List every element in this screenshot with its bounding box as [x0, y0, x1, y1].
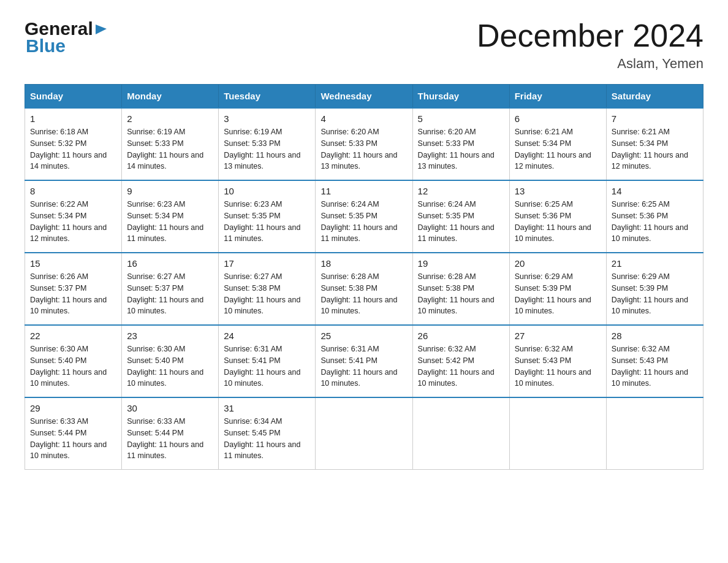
sunset-label: Sunset: 5:41 PM [224, 356, 280, 365]
calendar-cell [509, 397, 606, 470]
day-number: 19 [418, 258, 504, 269]
calendar-cell: 30 Sunrise: 6:33 AM Sunset: 5:44 PM Dayl… [122, 397, 219, 470]
day-number: 22 [30, 331, 116, 341]
calendar-week-row: 29 Sunrise: 6:33 AM Sunset: 5:44 PM Dayl… [25, 397, 703, 470]
daylight-label: Daylight: 11 hours and 12 minutes. [515, 151, 591, 171]
daylight-label: Daylight: 11 hours and 10 minutes. [612, 296, 688, 316]
column-header-monday: Monday [122, 85, 219, 109]
daylight-label: Daylight: 11 hours and 10 minutes. [418, 368, 495, 388]
sunset-label: Sunset: 5:39 PM [515, 284, 571, 293]
sunrise-label: Sunrise: 6:30 AM [127, 345, 185, 353]
daylight-label: Daylight: 11 hours and 11 minutes. [224, 440, 300, 461]
sunset-label: Sunset: 5:38 PM [320, 284, 377, 293]
day-info: Sunrise: 6:29 AM Sunset: 5:39 PM Dayligh… [612, 271, 698, 317]
day-info: Sunrise: 6:25 AM Sunset: 5:36 PM Dayligh… [612, 199, 698, 245]
day-number: 27 [515, 331, 601, 341]
calendar-cell [412, 397, 509, 470]
sunset-label: Sunset: 5:43 PM [515, 356, 571, 365]
day-number: 15 [30, 258, 116, 269]
sunset-label: Sunset: 5:35 PM [224, 212, 280, 220]
daylight-label: Daylight: 11 hours and 11 minutes. [127, 223, 203, 243]
sunset-label: Sunset: 5:36 PM [515, 212, 571, 220]
sunrise-label: Sunrise: 6:30 AM [30, 345, 88, 353]
day-number: 24 [224, 331, 310, 341]
calendar-cell: 7 Sunrise: 6:21 AM Sunset: 5:34 PM Dayli… [606, 108, 703, 180]
calendar-cell: 29 Sunrise: 6:33 AM Sunset: 5:44 PM Dayl… [25, 397, 122, 470]
sunrise-label: Sunrise: 6:19 AM [127, 128, 185, 136]
sunset-label: Sunset: 5:38 PM [224, 284, 280, 293]
day-info: Sunrise: 6:19 AM Sunset: 5:33 PM Dayligh… [224, 126, 310, 172]
calendar-cell: 27 Sunrise: 6:32 AM Sunset: 5:43 PM Dayl… [509, 325, 606, 397]
sunset-label: Sunset: 5:39 PM [612, 284, 668, 293]
daylight-label: Daylight: 11 hours and 14 minutes. [127, 151, 203, 171]
column-header-friday: Friday [509, 85, 606, 109]
sunset-label: Sunset: 5:34 PM [612, 139, 668, 148]
sunset-label: Sunset: 5:44 PM [127, 429, 183, 437]
daylight-label: Daylight: 11 hours and 10 minutes. [320, 368, 397, 388]
daylight-label: Daylight: 11 hours and 10 minutes. [515, 368, 591, 388]
day-info: Sunrise: 6:20 AM Sunset: 5:33 PM Dayligh… [418, 126, 504, 172]
sunset-label: Sunset: 5:32 PM [30, 139, 86, 148]
calendar-cell: 10 Sunrise: 6:23 AM Sunset: 5:35 PM Dayl… [219, 180, 316, 253]
day-info: Sunrise: 6:20 AM Sunset: 5:33 PM Dayligh… [320, 126, 407, 172]
sunrise-label: Sunrise: 6:24 AM [418, 200, 476, 209]
daylight-label: Daylight: 11 hours and 10 minutes. [224, 368, 300, 388]
day-info: Sunrise: 6:24 AM Sunset: 5:35 PM Dayligh… [320, 199, 407, 245]
column-header-thursday: Thursday [412, 85, 509, 109]
calendar-week-row: 22 Sunrise: 6:30 AM Sunset: 5:40 PM Dayl… [25, 325, 703, 397]
sunset-label: Sunset: 5:45 PM [224, 429, 280, 437]
sunset-label: Sunset: 5:41 PM [320, 356, 377, 365]
calendar-cell: 20 Sunrise: 6:29 AM Sunset: 5:39 PM Dayl… [509, 253, 606, 325]
day-number: 12 [418, 186, 504, 196]
sunset-label: Sunset: 5:44 PM [30, 429, 86, 437]
sunset-label: Sunset: 5:40 PM [127, 356, 183, 365]
day-number: 2 [127, 113, 213, 124]
calendar-cell: 22 Sunrise: 6:30 AM Sunset: 5:40 PM Dayl… [25, 325, 122, 397]
daylight-label: Daylight: 11 hours and 10 minutes. [224, 296, 300, 316]
sunrise-label: Sunrise: 6:22 AM [30, 200, 88, 209]
day-info: Sunrise: 6:27 AM Sunset: 5:37 PM Dayligh… [127, 271, 213, 317]
sunrise-label: Sunrise: 6:20 AM [418, 128, 476, 136]
day-number: 10 [224, 186, 310, 196]
daylight-label: Daylight: 11 hours and 11 minutes. [320, 223, 397, 243]
title-area: December 2024 Aslam, Yemen [477, 18, 703, 72]
calendar-table: SundayMondayTuesdayWednesdayThursdayFrid… [25, 84, 703, 470]
daylight-label: Daylight: 11 hours and 10 minutes. [30, 440, 107, 461]
logo-blue: Blue [26, 36, 108, 56]
day-info: Sunrise: 6:28 AM Sunset: 5:38 PM Dayligh… [320, 271, 407, 317]
sunrise-label: Sunrise: 6:27 AM [127, 272, 185, 281]
sunset-label: Sunset: 5:36 PM [612, 212, 668, 220]
daylight-label: Daylight: 11 hours and 10 minutes. [612, 368, 688, 388]
day-info: Sunrise: 6:27 AM Sunset: 5:38 PM Dayligh… [224, 271, 310, 317]
calendar-cell: 8 Sunrise: 6:22 AM Sunset: 5:34 PM Dayli… [25, 180, 122, 253]
day-number: 21 [612, 258, 698, 269]
calendar-cell: 17 Sunrise: 6:27 AM Sunset: 5:38 PM Dayl… [219, 253, 316, 325]
daylight-label: Daylight: 11 hours and 11 minutes. [418, 223, 495, 243]
sunrise-label: Sunrise: 6:21 AM [515, 128, 573, 136]
calendar-cell: 25 Sunrise: 6:31 AM Sunset: 5:41 PM Dayl… [316, 325, 412, 397]
calendar-cell: 2 Sunrise: 6:19 AM Sunset: 5:33 PM Dayli… [122, 108, 219, 180]
day-info: Sunrise: 6:24 AM Sunset: 5:35 PM Dayligh… [418, 199, 504, 245]
calendar-cell: 3 Sunrise: 6:19 AM Sunset: 5:33 PM Dayli… [219, 108, 316, 180]
calendar-cell: 1 Sunrise: 6:18 AM Sunset: 5:32 PM Dayli… [25, 108, 122, 180]
sunset-label: Sunset: 5:37 PM [30, 284, 86, 293]
day-info: Sunrise: 6:21 AM Sunset: 5:34 PM Dayligh… [612, 126, 698, 172]
day-info: Sunrise: 6:22 AM Sunset: 5:34 PM Dayligh… [30, 199, 116, 245]
sunrise-label: Sunrise: 6:25 AM [515, 200, 573, 209]
calendar-cell: 26 Sunrise: 6:32 AM Sunset: 5:42 PM Dayl… [412, 325, 509, 397]
sunrise-label: Sunrise: 6:32 AM [418, 345, 476, 353]
day-number: 9 [127, 186, 213, 196]
daylight-label: Daylight: 11 hours and 13 minutes. [320, 151, 397, 171]
page-header: General Blue December 2024 Aslam, Yemen [25, 18, 703, 72]
daylight-label: Daylight: 11 hours and 11 minutes. [127, 440, 203, 461]
daylight-label: Daylight: 11 hours and 12 minutes. [30, 223, 107, 243]
calendar-cell: 13 Sunrise: 6:25 AM Sunset: 5:36 PM Dayl… [509, 180, 606, 253]
sunset-label: Sunset: 5:38 PM [418, 284, 474, 293]
day-number: 3 [224, 113, 310, 124]
day-info: Sunrise: 6:33 AM Sunset: 5:44 PM Dayligh… [127, 416, 213, 462]
sunrise-label: Sunrise: 6:20 AM [320, 128, 379, 136]
day-info: Sunrise: 6:34 AM Sunset: 5:45 PM Dayligh… [224, 416, 310, 462]
day-info: Sunrise: 6:33 AM Sunset: 5:44 PM Dayligh… [30, 416, 116, 462]
day-info: Sunrise: 6:19 AM Sunset: 5:33 PM Dayligh… [127, 126, 213, 172]
column-header-saturday: Saturday [606, 85, 703, 109]
